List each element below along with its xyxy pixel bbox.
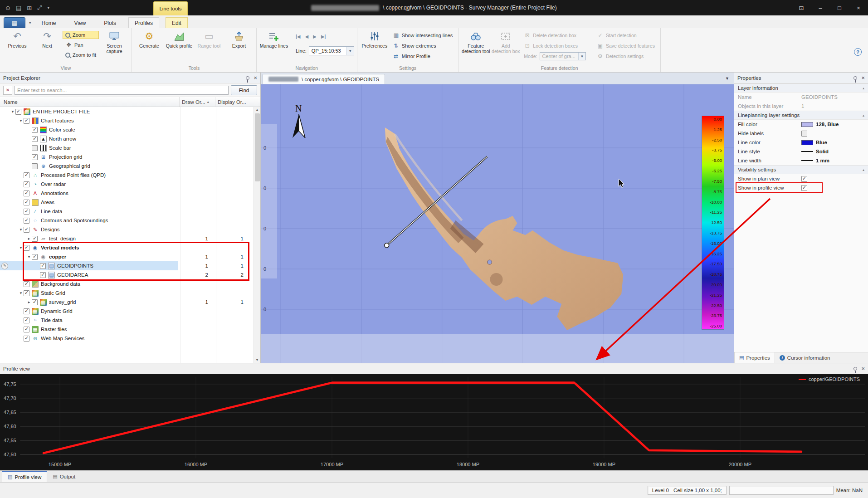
tree-row-copper[interactable]: ▾◉copper11 [0, 252, 254, 261]
tree-row-vertical-models[interactable]: ▾◉Vertical models [0, 243, 254, 252]
visibility-checkbox[interactable] [32, 254, 38, 260]
next-button[interactable]: ↷ Next [33, 29, 62, 49]
tree-row-areas[interactable]: Areas [0, 198, 254, 207]
first-line-button[interactable]: |◀ [296, 34, 301, 39]
visibility-checkbox[interactable] [40, 272, 46, 278]
preferences-button[interactable]: Preferences [360, 29, 389, 49]
section-header-visibility-settings[interactable]: Visibility settings▴ [734, 165, 868, 174]
tree-row-projection-grid[interactable]: ⊞Projection grid [0, 152, 254, 161]
visibility-checkbox[interactable] [24, 227, 29, 233]
collapse-icon[interactable]: ▾ [10, 109, 15, 114]
mirror-profile-button[interactable]: ⇄ Mirror Profile [390, 52, 456, 61]
find-button[interactable]: Find [231, 85, 257, 95]
tree-row-web-map-services[interactable]: ⊚Web Map Services [0, 334, 254, 343]
scroll-down-icon[interactable]: ▼ [255, 358, 259, 362]
close-icon[interactable]: × [861, 76, 865, 80]
tab-output[interactable]: ▤ Output [47, 471, 81, 482]
collapse-icon[interactable]: ▾ [18, 118, 24, 123]
tree-row-over-radar[interactable]: ◔Over radar [0, 180, 254, 189]
tree-row-background-data[interactable]: Background data [0, 279, 254, 288]
visibility-checkbox[interactable] [15, 109, 21, 115]
property-row-show-in-plan-view[interactable]: Show in plan view [734, 174, 868, 183]
tab-cursor-information[interactable]: i Cursor information [775, 352, 835, 363]
visibility-checkbox[interactable] [24, 336, 29, 342]
visibility-checkbox[interactable] [32, 236, 38, 242]
visibility-checkbox[interactable] [24, 281, 29, 287]
previous-line-button[interactable]: ◀ [305, 34, 308, 39]
property-checkbox[interactable] [801, 185, 807, 191]
tree-row-designs[interactable]: ▾✎Designs [0, 225, 254, 234]
property-row-line-width[interactable]: Line width1 mm [734, 156, 868, 165]
collapse-icon[interactable]: ▾ [26, 254, 32, 259]
tree-row-tide-data[interactable]: ≈Tide data [0, 316, 254, 325]
pin-icon[interactable] [853, 367, 857, 371]
tree-row-scale-bar[interactable]: Scale bar [0, 143, 254, 152]
tab-profiles[interactable]: Profiles [128, 17, 159, 29]
line-select[interactable]: QP_15:10:53 ▼ [309, 46, 354, 55]
collapse-icon[interactable]: ▾ [18, 291, 24, 295]
generate-button[interactable]: ⚙ Generate [135, 29, 164, 49]
tree-row-contours-and-spotsoundings[interactable]: ◌Contours and Spotsoundings [0, 216, 254, 225]
property-row-show-in-profile-view[interactable]: Show in profile view [734, 183, 868, 192]
column-draw-order[interactable]: Draw Or...▴ [180, 97, 215, 107]
visibility-checkbox[interactable] [24, 200, 29, 205]
zoom-to-fit-button[interactable]: Zoom to fit [63, 51, 99, 59]
collapse-section-icon[interactable]: ▴ [863, 113, 864, 117]
visibility-checkbox[interactable] [24, 290, 29, 296]
tree-row-raster-files[interactable]: ▦Raster files [0, 325, 254, 334]
tree-row-survey-grid[interactable]: ▸▦survey_grid11 [0, 298, 254, 307]
tree-row-processed-point-files-qpd-[interactable]: ∴Processed Point files (QPD) [0, 171, 254, 180]
expand-icon[interactable]: ⤢ [37, 4, 42, 11]
tree-row-geographical-grid[interactable]: ⊕Geographical grid [0, 161, 254, 171]
quick-profile-button[interactable]: Quick profile [165, 29, 194, 49]
app-menu-button[interactable]: ▦ [4, 17, 25, 28]
color-swatch[interactable] [801, 140, 813, 145]
contextual-tab-line-tools[interactable]: Line tools [153, 1, 188, 15]
screen-capture-button[interactable]: Screen capture [100, 29, 129, 54]
search-input[interactable] [15, 86, 229, 95]
show-extremes-button[interactable]: ⇅ Show extremes [390, 41, 456, 50]
app-logo-icon[interactable]: ⊙ [5, 5, 10, 11]
close-icon[interactable]: × [861, 366, 865, 371]
tree-row-north-arrow[interactable]: ▲North arrow [0, 134, 254, 143]
previous-button[interactable]: ↶ Previous [3, 29, 32, 49]
visibility-checkbox[interactable] [24, 245, 29, 251]
visibility-checkbox[interactable] [24, 327, 29, 332]
property-checkbox[interactable] [801, 176, 807, 182]
tree-row-geoidarea[interactable]: ▤GEOIDAREA22 [0, 270, 254, 279]
tree-row-test-design[interactable]: ▸▱test_design11 [0, 234, 254, 243]
tree-row-annotations[interactable]: AAnnotations [0, 189, 254, 198]
close-button[interactable]: × [849, 0, 868, 15]
tree-row-dynamic-grid[interactable]: ▦Dynamic Grid [0, 307, 254, 316]
next-line-button[interactable]: ▶ [313, 34, 317, 39]
expand-icon[interactable]: ▸ [26, 236, 32, 241]
visibility-checkbox[interactable] [32, 163, 38, 169]
pin-icon[interactable] [853, 76, 857, 80]
visibility-checkbox[interactable] [32, 145, 38, 151]
minimize-button[interactable]: – [811, 0, 830, 15]
collapse-icon[interactable]: ▾ [18, 227, 24, 232]
manage-lines-button[interactable]: Manage lines [259, 29, 288, 49]
tab-home[interactable]: Home [36, 18, 62, 28]
pan-button[interactable]: ✥ Pan [63, 40, 99, 49]
property-row-line-style[interactable]: Line styleSolid [734, 147, 868, 156]
save-icon[interactable]: ▤ [16, 5, 21, 11]
property-row-name[interactable]: NameGEOIDPOINTS [734, 93, 868, 102]
tab-view[interactable]: View [68, 18, 92, 28]
tree-row-static-grid[interactable]: ▾▦Static Grid [0, 288, 254, 298]
property-row-line-color[interactable]: Line colorBlue [734, 138, 868, 147]
help-icon[interactable]: ? [854, 48, 862, 56]
scroll-up-icon[interactable]: ▲ [255, 108, 259, 112]
layout-toggle-button[interactable]: ⊡ [792, 0, 811, 15]
visibility-checkbox[interactable] [32, 154, 38, 160]
section-header-lineplanning-layer-settings[interactable]: Lineplanning layer settings▴ [734, 111, 868, 120]
plan-view-map[interactable]: N 00000 0.00-1.25-2.50-3.75-5.00-6.25-7.… [261, 84, 734, 363]
tab-plots[interactable]: Plots [98, 18, 122, 28]
property-row-fill-color[interactable]: Fill color128, Blue [734, 120, 868, 129]
last-line-button[interactable]: ▶| [321, 34, 326, 39]
close-icon[interactable]: × [254, 76, 257, 80]
profile-line-start-marker[interactable] [385, 243, 389, 248]
chevron-down-icon[interactable]: ▼ [346, 47, 354, 55]
property-row-objects-in-this-layer[interactable]: Objects in this layer1 [734, 102, 868, 111]
visibility-checkbox[interactable] [24, 308, 29, 314]
